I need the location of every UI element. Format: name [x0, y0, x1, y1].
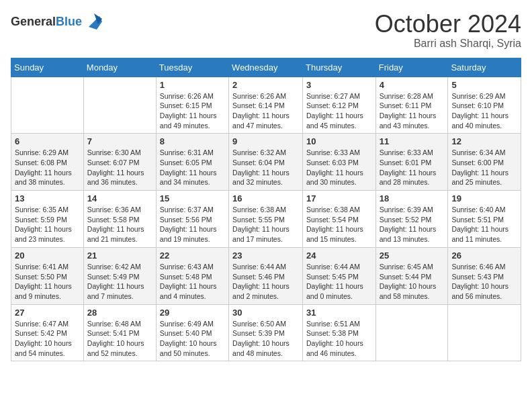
- day-number: 9: [232, 136, 299, 146]
- day-number: 27: [15, 308, 80, 318]
- day-info: Sunrise: 6:36 AMSunset: 5:58 PMDaylight:…: [87, 205, 152, 244]
- calendar-cell: [11, 77, 84, 134]
- day-info: Sunrise: 6:40 AMSunset: 5:51 PMDaylight:…: [451, 205, 517, 244]
- day-info: Sunrise: 6:26 AMSunset: 6:14 PMDaylight:…: [232, 91, 299, 131]
- day-number: 28: [87, 308, 152, 318]
- calendar-cell: 18Sunrise: 6:39 AMSunset: 5:52 PMDayligh…: [375, 191, 448, 248]
- day-number: 11: [380, 136, 445, 146]
- title-block: October 2024 Barri ash Sharqi, Syria: [375, 11, 521, 50]
- weekday-header-friday: Friday: [375, 58, 448, 77]
- calendar-cell: [375, 304, 448, 361]
- calendar-cell: 6Sunrise: 6:29 AMSunset: 6:08 PMDaylight…: [11, 134, 84, 191]
- day-info: Sunrise: 6:43 AMSunset: 5:48 PMDaylight:…: [160, 262, 225, 302]
- weekday-header-tuesday: Tuesday: [156, 58, 228, 77]
- day-number: 6: [15, 136, 80, 146]
- day-number: 21: [87, 250, 152, 261]
- calendar-cell: [83, 77, 156, 134]
- logo-general: General: [11, 15, 56, 28]
- day-info: Sunrise: 6:39 AMSunset: 5:52 PMDaylight:…: [380, 205, 445, 244]
- day-number: 25: [380, 250, 445, 261]
- day-number: 22: [160, 250, 225, 261]
- calendar-cell: 15Sunrise: 6:37 AMSunset: 5:56 PMDayligh…: [156, 191, 228, 248]
- calendar-cell: 23Sunrise: 6:44 AMSunset: 5:46 PMDayligh…: [229, 247, 303, 304]
- day-number: 7: [87, 136, 152, 146]
- page-header: GeneralBlue October 2024 Barri ash Sharq…: [11, 11, 521, 50]
- day-number: 5: [451, 80, 517, 90]
- day-info: Sunrise: 6:38 AMSunset: 5:55 PMDaylight:…: [232, 205, 299, 244]
- day-number: 30: [232, 308, 299, 318]
- calendar-cell: [448, 304, 521, 361]
- day-number: 23: [232, 250, 299, 261]
- day-info: Sunrise: 6:37 AMSunset: 5:56 PMDaylight:…: [160, 205, 225, 244]
- week-row-5: 27Sunrise: 6:47 AMSunset: 5:42 PMDayligh…: [11, 304, 521, 361]
- calendar-cell: 22Sunrise: 6:43 AMSunset: 5:48 PMDayligh…: [156, 247, 228, 304]
- day-info: Sunrise: 6:49 AMSunset: 5:40 PMDaylight:…: [160, 319, 225, 359]
- day-info: Sunrise: 6:27 AMSunset: 6:12 PMDaylight:…: [306, 91, 372, 131]
- calendar-cell: 1Sunrise: 6:26 AMSunset: 6:15 PMDaylight…: [156, 77, 228, 134]
- logo-blue: Blue: [56, 15, 82, 28]
- day-info: Sunrise: 6:31 AMSunset: 6:05 PMDaylight:…: [160, 148, 225, 187]
- day-number: 15: [160, 193, 225, 203]
- calendar-table: SundayMondayTuesdayWednesdayThursdayFrid…: [11, 58, 521, 362]
- day-info: Sunrise: 6:38 AMSunset: 5:54 PMDaylight:…: [306, 205, 372, 244]
- calendar-cell: 27Sunrise: 6:47 AMSunset: 5:42 PMDayligh…: [11, 304, 84, 361]
- day-info: Sunrise: 6:26 AMSunset: 6:15 PMDaylight:…: [160, 91, 225, 131]
- day-number: 29: [160, 308, 225, 318]
- day-info: Sunrise: 6:48 AMSunset: 5:41 PMDaylight:…: [87, 319, 152, 359]
- day-number: 31: [306, 308, 372, 318]
- calendar-cell: 29Sunrise: 6:49 AMSunset: 5:40 PMDayligh…: [156, 304, 228, 361]
- day-info: Sunrise: 6:30 AMSunset: 6:07 PMDaylight:…: [87, 148, 152, 187]
- day-number: 13: [15, 193, 80, 203]
- week-row-3: 13Sunrise: 6:35 AMSunset: 5:59 PMDayligh…: [11, 191, 521, 248]
- day-info: Sunrise: 6:42 AMSunset: 5:49 PMDaylight:…: [87, 262, 152, 302]
- day-info: Sunrise: 6:45 AMSunset: 5:44 PMDaylight:…: [380, 262, 445, 302]
- calendar-cell: 3Sunrise: 6:27 AMSunset: 6:12 PMDaylight…: [303, 77, 376, 134]
- calendar-cell: 7Sunrise: 6:30 AMSunset: 6:07 PMDaylight…: [83, 134, 156, 191]
- calendar-cell: 28Sunrise: 6:48 AMSunset: 5:41 PMDayligh…: [83, 304, 156, 361]
- weekday-header-row: SundayMondayTuesdayWednesdayThursdayFrid…: [11, 58, 521, 77]
- week-row-2: 6Sunrise: 6:29 AMSunset: 6:08 PMDaylight…: [11, 134, 521, 191]
- calendar-cell: 30Sunrise: 6:50 AMSunset: 5:39 PMDayligh…: [229, 304, 303, 361]
- week-row-1: 1Sunrise: 6:26 AMSunset: 6:15 PMDaylight…: [11, 77, 521, 134]
- weekday-header-wednesday: Wednesday: [229, 58, 303, 77]
- day-info: Sunrise: 6:34 AMSunset: 6:00 PMDaylight:…: [451, 148, 517, 187]
- month-title: October 2024: [375, 11, 521, 38]
- day-info: Sunrise: 6:41 AMSunset: 5:50 PMDaylight:…: [15, 262, 80, 302]
- calendar-cell: 2Sunrise: 6:26 AMSunset: 6:14 PMDaylight…: [229, 77, 303, 134]
- calendar-cell: 17Sunrise: 6:38 AMSunset: 5:54 PMDayligh…: [303, 191, 376, 248]
- location-title: Barri ash Sharqi, Syria: [375, 38, 521, 50]
- calendar-cell: 12Sunrise: 6:34 AMSunset: 6:00 PMDayligh…: [448, 134, 521, 191]
- weekday-header-saturday: Saturday: [448, 58, 521, 77]
- calendar-cell: 26Sunrise: 6:46 AMSunset: 5:43 PMDayligh…: [448, 247, 521, 304]
- day-info: Sunrise: 6:32 AMSunset: 6:04 PMDaylight:…: [232, 148, 299, 187]
- calendar-cell: 20Sunrise: 6:41 AMSunset: 5:50 PMDayligh…: [11, 247, 84, 304]
- day-number: 17: [306, 193, 372, 203]
- day-info: Sunrise: 6:29 AMSunset: 6:10 PMDaylight:…: [451, 91, 517, 131]
- day-info: Sunrise: 6:46 AMSunset: 5:43 PMDaylight:…: [451, 262, 517, 302]
- day-info: Sunrise: 6:29 AMSunset: 6:08 PMDaylight:…: [15, 148, 80, 187]
- day-info: Sunrise: 6:47 AMSunset: 5:42 PMDaylight:…: [15, 319, 80, 359]
- day-number: 4: [380, 80, 445, 90]
- weekday-header-thursday: Thursday: [303, 58, 376, 77]
- day-number: 24: [306, 250, 372, 261]
- day-info: Sunrise: 6:33 AMSunset: 6:01 PMDaylight:…: [380, 148, 445, 187]
- calendar-cell: 16Sunrise: 6:38 AMSunset: 5:55 PMDayligh…: [229, 191, 303, 248]
- day-number: 19: [451, 193, 517, 203]
- day-info: Sunrise: 6:35 AMSunset: 5:59 PMDaylight:…: [15, 205, 80, 244]
- day-number: 1: [160, 80, 225, 90]
- day-info: Sunrise: 6:44 AMSunset: 5:45 PMDaylight:…: [306, 262, 372, 302]
- day-number: 14: [87, 193, 152, 203]
- weekday-header-sunday: Sunday: [11, 58, 84, 77]
- day-number: 20: [15, 250, 80, 261]
- calendar-cell: 9Sunrise: 6:32 AMSunset: 6:04 PMDaylight…: [229, 134, 303, 191]
- logo-icon: [83, 11, 105, 32]
- calendar-cell: 31Sunrise: 6:51 AMSunset: 5:38 PMDayligh…: [303, 304, 376, 361]
- calendar-cell: 14Sunrise: 6:36 AMSunset: 5:58 PMDayligh…: [83, 191, 156, 248]
- day-number: 2: [232, 80, 299, 90]
- calendar-cell: 24Sunrise: 6:44 AMSunset: 5:45 PMDayligh…: [303, 247, 376, 304]
- day-info: Sunrise: 6:28 AMSunset: 6:11 PMDaylight:…: [380, 91, 445, 131]
- week-row-4: 20Sunrise: 6:41 AMSunset: 5:50 PMDayligh…: [11, 247, 521, 304]
- calendar-cell: 19Sunrise: 6:40 AMSunset: 5:51 PMDayligh…: [448, 191, 521, 248]
- day-number: 18: [380, 193, 445, 203]
- day-number: 12: [451, 136, 517, 146]
